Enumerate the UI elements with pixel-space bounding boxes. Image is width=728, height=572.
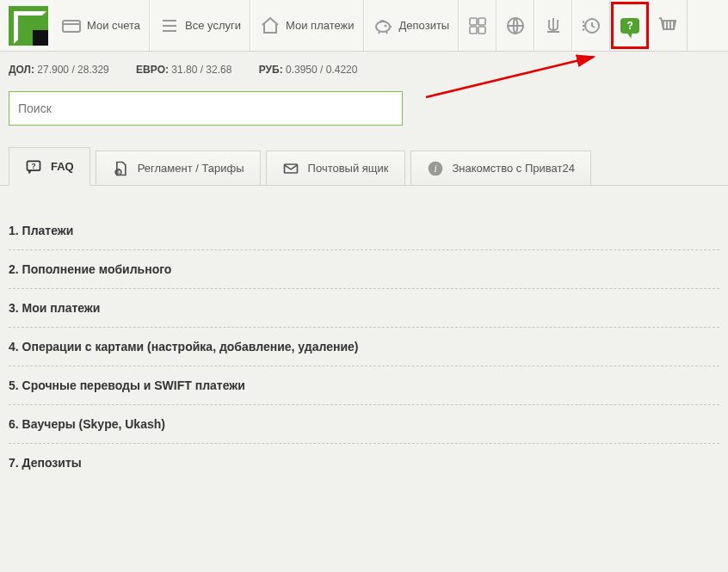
svg-point-5 <box>376 22 390 32</box>
faq-item[interactable]: 5. Срочные переводы и SWIFT платежи <box>9 366 719 405</box>
info-icon: i <box>427 160 444 177</box>
tab-label: Почтовый ящик <box>308 162 389 175</box>
svg-rect-9 <box>470 27 477 34</box>
tab-intro[interactable]: i Знакомство с Приват24 <box>410 151 591 185</box>
svg-text:$: $ <box>117 169 120 174</box>
tabs: ? FAQ $ Регламент / Тарифы Почтовый ящик… <box>0 146 728 186</box>
nav-tickets[interactable] <box>459 0 497 51</box>
piggy-icon <box>373 15 394 36</box>
tab-faq[interactable]: ? FAQ <box>9 147 90 186</box>
faq-item[interactable]: 1. Платежи <box>9 212 719 250</box>
nav-payments[interactable]: Мои платежи <box>250 0 364 51</box>
faq-item[interactable]: 7. Депозиты <box>9 444 719 482</box>
search-input[interactable] <box>9 91 403 126</box>
cart-icon <box>658 15 679 36</box>
svg-rect-8 <box>478 18 485 25</box>
nav-label: Все услуги <box>185 19 241 32</box>
search-wrap <box>0 91 728 146</box>
mail-icon <box>282 160 299 177</box>
transport-icon <box>467 15 488 36</box>
currency-rates: ДОЛ: 27.900 / 28.329 ЕВРО: 31.80 / 32.68… <box>0 52 728 91</box>
nav-globe[interactable] <box>497 0 534 51</box>
svg-rect-10 <box>478 27 485 34</box>
nav-cart[interactable] <box>650 0 688 51</box>
svg-rect-0 <box>63 21 80 32</box>
card-icon <box>61 15 82 36</box>
top-nav: Мои счета Все услуги Мои платежи Депозит… <box>0 0 728 52</box>
tab-label: FAQ <box>51 160 74 173</box>
bank-logo <box>9 6 48 46</box>
tab-label: Знакомство с Приват24 <box>453 162 575 175</box>
faq-item[interactable]: 3. Мои платежи <box>9 289 719 328</box>
home-icon <box>260 15 281 36</box>
nav-history[interactable] <box>572 0 610 51</box>
svg-rect-7 <box>470 18 477 25</box>
nav-gov[interactable] <box>534 0 572 51</box>
faq-item[interactable]: 6. Ваучеры (Skype, Ukash) <box>9 405 719 444</box>
tab-tariffs[interactable]: $ Регламент / Тарифы <box>96 151 261 185</box>
nav-label: Мои платежи <box>286 19 355 32</box>
clock-history-icon <box>581 15 602 36</box>
nav-label: Мои счета <box>87 19 140 32</box>
nav-deposits[interactable]: Депозиты <box>364 0 460 51</box>
nav-services[interactable]: Все услуги <box>150 0 250 51</box>
nav-label: Депозиты <box>399 19 450 32</box>
faq-icon: ? <box>25 158 42 175</box>
trident-icon <box>543 15 564 36</box>
list-icon <box>159 15 180 36</box>
svg-text:i: i <box>434 163 436 175</box>
help-bubble-icon: ? <box>620 18 639 34</box>
doc-money-icon: $ <box>112 160 129 177</box>
tab-mailbox[interactable]: Почтовый ящик <box>266 151 405 185</box>
nav-accounts[interactable]: Мои счета <box>52 0 150 51</box>
nav-help[interactable]: ? <box>611 2 649 49</box>
globe-icon <box>505 15 526 36</box>
faq-item[interactable]: 4. Операции с картами (настройка, добавл… <box>9 328 719 366</box>
faq-item[interactable]: 2. Пополнение мобильного <box>9 250 719 289</box>
svg-point-6 <box>385 25 386 26</box>
tab-label: Регламент / Тарифы <box>138 162 244 175</box>
svg-text:?: ? <box>31 161 35 169</box>
faq-list: 1. Платежи 2. Пополнение мобильного 3. М… <box>0 186 728 490</box>
